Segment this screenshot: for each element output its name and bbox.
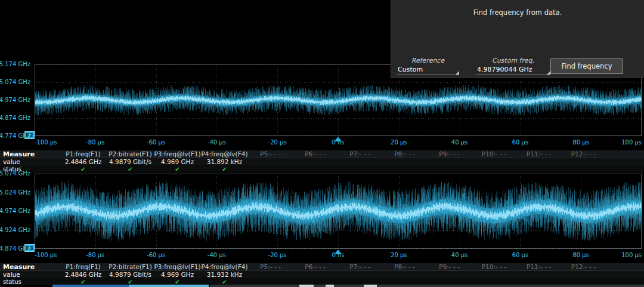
measure-p8-header[interactable]: P8:- - - bbox=[382, 150, 427, 158]
measure-p6-header[interactable]: P6:- - - bbox=[293, 263, 338, 270]
measure-p2-value: 4.9879 Gbit/s bbox=[107, 271, 154, 278]
status-ok-icon: ✔ bbox=[107, 279, 154, 285]
measure-p8-header[interactable]: P8:- - - bbox=[382, 263, 427, 270]
measure-p1-header[interactable]: P1:freq(F1) bbox=[60, 150, 107, 158]
measure-p9-header[interactable]: P9:- - - bbox=[427, 263, 472, 270]
status-ok-icon: ✔ bbox=[201, 166, 248, 172]
x-tick-label: 20 µs bbox=[391, 252, 407, 258]
measure-p11-header[interactable]: P11:- - - bbox=[516, 263, 561, 270]
measure-table-2: Measure P1:freq(F1) P2:bitrate(F1) P3:fr… bbox=[0, 263, 644, 285]
x-tick-label: 100 µs bbox=[621, 252, 642, 258]
measure-p5-header[interactable]: P5:- - - bbox=[248, 263, 293, 270]
x-tick-label: -60 µs bbox=[147, 252, 165, 258]
measure-p7-header[interactable]: P7:- - - bbox=[338, 263, 382, 270]
measure-p2-value: 4.9879 Gbit/s bbox=[107, 158, 154, 165]
reference-label: Reference bbox=[397, 57, 459, 64]
waveform-panel-f3[interactable] bbox=[35, 174, 642, 249]
status-ok-icon: ✔ bbox=[60, 279, 107, 285]
status-ok-icon: ✔ bbox=[201, 279, 248, 285]
find-frequency-dialog: Find frequency from data. Reference Cust… bbox=[391, 0, 644, 78]
measure-p12-header[interactable]: P12:- - - bbox=[561, 150, 606, 158]
clipped-dialog-edge bbox=[210, 285, 644, 287]
measure-p11-header[interactable]: P11:- - - bbox=[516, 150, 561, 158]
x-tick-label: 80 µs bbox=[572, 252, 589, 258]
waveform-trace-f3[interactable] bbox=[35, 174, 642, 249]
measure-p6-header[interactable]: P6:- - - bbox=[293, 150, 338, 158]
y-tick-label: 4.924 GHz bbox=[0, 227, 30, 233]
measure-p1-value: 2.4846 GHz bbox=[60, 158, 107, 165]
dialog-message: Find frequency from data. bbox=[391, 0, 644, 17]
value-row-label: value bbox=[0, 158, 60, 165]
freq-axis-panel2: 5.074 GHz 5.024 GHz 4.974 GHz 4.924 GHz … bbox=[0, 174, 32, 249]
measure-table-1: Measure P1:freq(F1) P2:bitrate(F1) P3:fr… bbox=[0, 150, 644, 172]
measure-value-row: value 2.4846 GHz 4.9879 Gbit/s 4.969 GHz… bbox=[0, 271, 644, 278]
measure-value-row: value 2.4846 GHz 4.9879 Gbit/s 4.969 GHz… bbox=[0, 158, 644, 165]
measure-p3-header[interactable]: P3:freq@lv(F1) bbox=[154, 150, 201, 158]
find-frequency-button[interactable]: Find frequency bbox=[550, 58, 623, 74]
custom-freq-value: 4.98790044 GHz bbox=[477, 66, 532, 73]
reference-field-group: Reference Custom bbox=[397, 57, 459, 75]
x-tick-label: 100 µs bbox=[621, 140, 642, 146]
measure-p2-header[interactable]: P2:bitrate(F1) bbox=[107, 150, 154, 158]
x-tick-label: -100 µs bbox=[35, 140, 57, 146]
measure-header-row: Measure P1:freq(F1) P2:bitrate(F1) P3:fr… bbox=[0, 150, 644, 158]
x-tick-label: 40 µs bbox=[451, 252, 467, 258]
trigger-position-marker[interactable] bbox=[335, 249, 342, 254]
reference-select[interactable]: Custom bbox=[397, 65, 459, 75]
reference-selected-value: Custom bbox=[398, 66, 423, 73]
custom-freq-label: Custom freq. bbox=[476, 57, 550, 64]
clipped-dialog-edge bbox=[326, 285, 334, 287]
y-tick-label: 5.074 GHz bbox=[0, 79, 30, 85]
measure-title: Measure bbox=[0, 150, 60, 158]
measure-header-row: Measure P1:freq(F1) P2:bitrate(F1) P3:fr… bbox=[0, 263, 644, 271]
status-row-label: status bbox=[0, 279, 60, 285]
clipped-dialog-edge bbox=[364, 285, 377, 287]
measure-p4-header[interactable]: P4:freq@lv(F4) bbox=[201, 263, 248, 270]
y-tick-label: 4.874 GHz bbox=[0, 115, 30, 121]
x-tick-label: -60 µs bbox=[147, 140, 165, 146]
status-ok-icon: ✔ bbox=[154, 279, 201, 285]
y-tick-label: 5.074 GHz bbox=[0, 171, 30, 177]
measure-p3-value: 4.969 GHz bbox=[154, 271, 201, 278]
custom-freq-field-group: Custom freq. 4.98790044 GHz bbox=[476, 57, 550, 75]
measure-p4-header[interactable]: P4:freq@lv(F4) bbox=[201, 150, 248, 158]
measure-p5-header[interactable]: P5:- - - bbox=[248, 150, 293, 158]
value-row-label: value bbox=[0, 271, 60, 278]
measure-p3-header[interactable]: P3:freq@lv(F1) bbox=[154, 263, 201, 270]
dropdown-corner-icon bbox=[456, 71, 459, 75]
measure-title: Measure bbox=[0, 263, 60, 271]
status-ok-icon: ✔ bbox=[107, 166, 154, 172]
measure-p4-value: 31.892 kHz bbox=[201, 158, 248, 165]
x-tick-label: 60 µs bbox=[512, 252, 528, 258]
x-tick-label: 60 µs bbox=[512, 140, 528, 146]
x-tick-label: 20 µs bbox=[391, 140, 407, 146]
measure-p7-header[interactable]: P7:- - - bbox=[338, 150, 382, 158]
x-tick-label: -20 µs bbox=[268, 140, 287, 146]
measure-p1-header[interactable]: P1:freq(F1) bbox=[60, 263, 107, 270]
measure-p3-value: 4.969 GHz bbox=[154, 158, 201, 165]
x-tick-label: -80 µs bbox=[86, 140, 104, 146]
oscilloscope-screen: 5.174 GHz 5.074 GHz 4.974 GHz 4.874 GHz … bbox=[0, 0, 644, 287]
status-ok-icon: ✔ bbox=[154, 166, 201, 172]
x-tick-label: -20 µs bbox=[268, 252, 287, 258]
trace-descriptor-badge-f3[interactable]: F3 bbox=[24, 244, 35, 252]
measure-p9-header[interactable]: P9:- - - bbox=[427, 150, 472, 158]
trace-descriptor-badge-f2[interactable]: F2 bbox=[24, 131, 35, 139]
measure-p4-value: 31.932 kHz bbox=[201, 271, 248, 278]
measure-p12-header[interactable]: P12:- - - bbox=[561, 263, 606, 270]
x-tick-label: -80 µs bbox=[86, 252, 104, 258]
custom-freq-input[interactable]: 4.98790044 GHz bbox=[476, 65, 550, 75]
clipped-dialog-edge bbox=[299, 285, 314, 287]
clipped-dialog-edge bbox=[52, 285, 129, 287]
x-tick-label: 80 µs bbox=[572, 140, 589, 146]
y-tick-label: 5.174 GHz bbox=[0, 61, 30, 67]
measure-p10-header[interactable]: P10:- - - bbox=[472, 263, 516, 270]
measure-p10-header[interactable]: P10:- - - bbox=[472, 150, 516, 158]
y-tick-label: 4.974 GHz bbox=[0, 208, 30, 214]
measure-p2-header[interactable]: P2:bitrate(F1) bbox=[107, 263, 154, 270]
trigger-position-marker[interactable] bbox=[335, 137, 342, 141]
y-tick-label: 5.024 GHz bbox=[0, 190, 30, 196]
x-tick-label: -40 µs bbox=[208, 252, 226, 258]
freq-axis-panel1: 5.174 GHz 5.074 GHz 4.974 GHz 4.874 GHz … bbox=[0, 64, 32, 136]
measure-p1-value: 2.4846 GHz bbox=[60, 271, 107, 278]
